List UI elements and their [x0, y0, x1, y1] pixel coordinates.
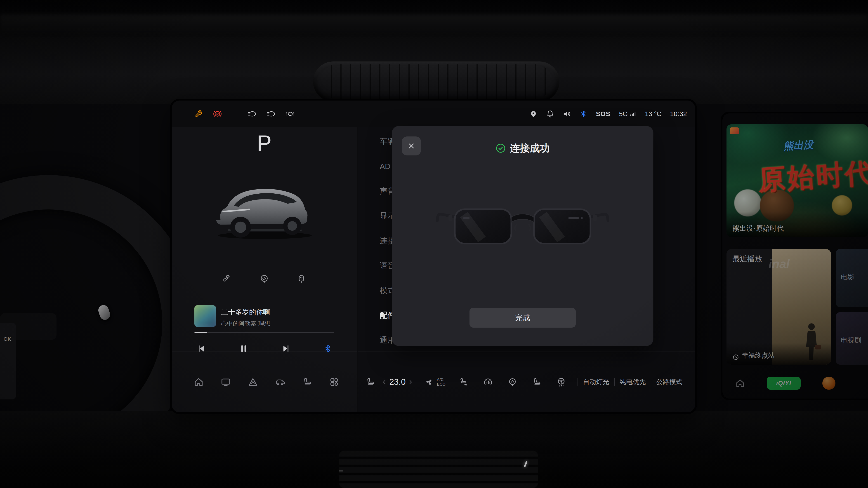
charge-port-quick-icon[interactable] — [507, 377, 518, 387]
poster-brand-text: 熊出没 — [783, 138, 814, 153]
app-dock — [172, 351, 357, 412]
ev-priority-mode-button[interactable]: 纯电优先 — [620, 378, 646, 387]
volume-icon[interactable] — [563, 110, 571, 118]
network-status: 5G — [619, 110, 636, 118]
album-art[interactable] — [194, 305, 216, 327]
recent-title: 幸福终点站 — [742, 351, 775, 360]
ac-label: A/C — [437, 377, 445, 382]
media-title: 二十多岁的你啊 — [221, 307, 270, 317]
smart-glasses-image — [434, 196, 611, 264]
low-beam-indicator-icon — [267, 109, 276, 119]
poster-badge — [730, 127, 739, 134]
screen-cast-icon[interactable] — [221, 377, 231, 387]
service-tools-indicator-icon — [194, 109, 203, 118]
steering-wheel-controls: OK — [0, 323, 16, 399]
recently-played-label: 最近播放 — [733, 254, 762, 264]
charge-gun-icon[interactable] — [296, 273, 307, 284]
poster-title-text: 原始时代 — [757, 154, 868, 199]
outside-temperature: 13 °C — [645, 110, 661, 118]
location-icon — [529, 110, 537, 118]
clock: 10:32 — [670, 110, 687, 118]
road-mode-button[interactable]: 公路模式 — [656, 378, 682, 387]
bluetooth-icon[interactable] — [580, 110, 587, 118]
featured-video-card[interactable]: 熊出没 原始时代 熊出没·原始时代 — [726, 124, 868, 237]
passenger-app-dock: iQIYI — [722, 374, 868, 393]
all-apps-icon[interactable] — [329, 377, 340, 387]
orange-app-icon[interactable] — [822, 377, 835, 390]
success-check-icon — [495, 143, 506, 153]
media-text: 二十多岁的你啊 心中的阿勒泰-理想 — [221, 305, 270, 328]
divider — [651, 378, 651, 386]
vehicle-image — [208, 169, 321, 244]
recently-played-card[interactable]: inal 最近播放 幸福终点站 — [726, 249, 831, 365]
category-tile-label: 电视剧 — [841, 336, 861, 345]
ac-eco-label[interactable]: A/C ECO — [437, 377, 445, 387]
seat-heat-icon[interactable] — [532, 377, 542, 387]
dashboard-air-vent — [313, 61, 559, 102]
media-widget[interactable]: 二十多岁的你啊 心中的阿勒泰-理想 — [194, 305, 334, 328]
charge-port-icon[interactable] — [259, 273, 270, 284]
console-reflection-2 — [339, 470, 343, 471]
hazard-triangle-icon[interactable] — [248, 377, 258, 387]
divider — [614, 378, 615, 386]
driver-seat-icon[interactable] — [365, 377, 375, 387]
charge-cable-icon[interactable] — [222, 273, 232, 284]
climate-bar: 23.0 A/C ECO 自动灯光 纯电优先 公路模式 — [358, 351, 695, 412]
auto-light-indicator-icon — [286, 109, 295, 119]
poster-partial-text: inal — [769, 257, 789, 271]
dashboard-edge-highlight — [0, 14, 868, 33]
category-tile-tv[interactable]: 电视剧 — [836, 312, 868, 365]
eco-label: ECO — [437, 382, 445, 387]
media-subtitle: 心中的阿勒泰-理想 — [221, 320, 270, 328]
gear-indicator: P — [172, 130, 357, 156]
console-air-vent — [339, 451, 538, 488]
seat-settings-icon[interactable] — [302, 377, 312, 387]
passenger-home-icon[interactable] — [735, 378, 745, 388]
position-lamp-indicator-icon — [248, 109, 257, 119]
dialog-header: 连接成功 — [392, 142, 653, 155]
center-display: SOS 5G 13 °C 10:32 P — [172, 101, 695, 412]
status-right-group: SOS 5G 13 °C 10:32 — [529, 110, 687, 118]
steering-heat-icon[interactable] — [556, 377, 566, 387]
fan-icon[interactable] — [424, 377, 434, 387]
media-progress-fill — [194, 332, 207, 333]
steering-ok-button: OK — [4, 336, 11, 342]
notifications-bell-icon[interactable] — [546, 110, 554, 118]
climate-quick-icons — [459, 377, 566, 387]
cabin-background: OK SOS 5G 13 — [0, 0, 868, 488]
status-bar: SOS 5G 13 °C 10:32 — [172, 101, 695, 127]
status-indicators — [194, 109, 295, 119]
charge-port-controls — [172, 273, 357, 284]
featured-caption: 熊出没·原始时代 — [726, 212, 868, 237]
iqiyi-app-icon[interactable]: iQIYI — [767, 377, 801, 390]
temp-decrease-chevron[interactable] — [381, 379, 388, 385]
connection-success-dialog: 连接成功 — [392, 126, 653, 346]
signal-bars-icon — [629, 110, 636, 117]
done-button[interactable]: 完成 — [469, 308, 576, 328]
passenger-display: 熊出没 原始时代 熊出没·原始时代 inal 最近播放 幸福终点站 电影 — [722, 113, 868, 398]
auto-light-mode-button[interactable]: 自动灯光 — [583, 378, 609, 387]
recent-caption: 幸福终点站 — [726, 343, 831, 365]
clock-icon — [733, 354, 739, 361]
cabin-temp-value: 23.0 — [389, 377, 405, 387]
defrost-icon[interactable] — [483, 377, 493, 387]
sos-button[interactable]: SOS — [596, 110, 610, 118]
dialog-title: 连接成功 — [510, 142, 550, 155]
network-type-label: 5G — [619, 110, 628, 118]
vehicle-settings-icon[interactable] — [275, 377, 285, 387]
media-progress-bar[interactable] — [194, 332, 334, 333]
parking-brake-indicator-icon — [213, 109, 222, 119]
home-icon[interactable] — [193, 377, 204, 387]
category-tile-label: 电影 — [841, 272, 855, 282]
seat-ventilation-icon[interactable] — [459, 377, 469, 387]
temp-increase-chevron[interactable] — [407, 379, 414, 385]
category-tile-movies[interactable]: 电影 — [836, 249, 868, 307]
driver-panel: P — [172, 127, 357, 412]
divider — [578, 378, 578, 386]
